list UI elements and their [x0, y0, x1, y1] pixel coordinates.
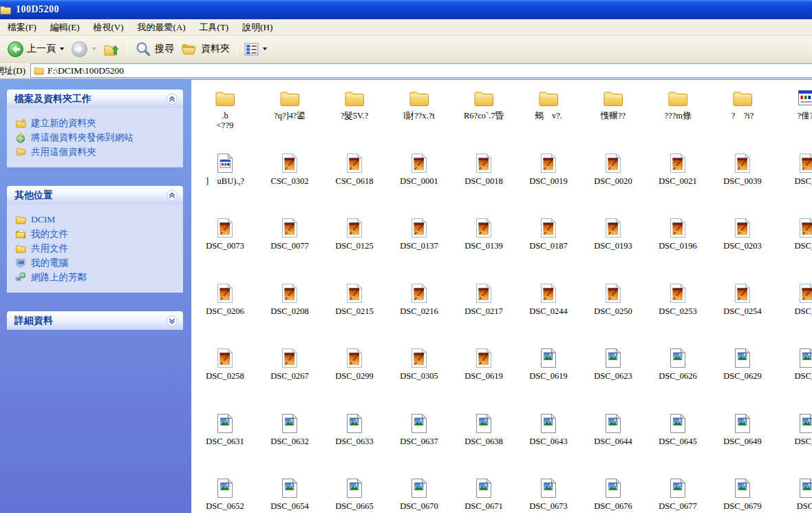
nef-file-icon	[214, 217, 236, 239]
file-item[interactable]: ?q?]4?鍙	[257, 85, 322, 151]
file-item[interactable]: DSC_0244	[516, 281, 581, 346]
file-item[interactable]: DSC_0139	[451, 216, 516, 281]
file-item[interactable]: DSC_0	[775, 151, 812, 216]
title-bar[interactable]: 100D5200	[0, 0, 812, 19]
file-item[interactable]: DSC_0021	[645, 151, 710, 216]
file-item[interactable]: DSC_0193	[581, 216, 645, 281]
menu-view[interactable]: 檢視(V)	[87, 19, 131, 36]
file-item[interactable]: DSC_0	[775, 411, 812, 477]
task-network-places[interactable]: 網路上的芳鄰	[15, 270, 179, 284]
file-list-area[interactable]: .b <??9?q?]4?鍙?髮5V.?l財??x.?tR6?co`.7昏鵊 v…	[191, 80, 812, 513]
file-item[interactable]: DSC_0019	[516, 151, 581, 216]
folders-button[interactable]: 資料夾	[178, 39, 233, 60]
file-item[interactable]: DSC_0305	[387, 346, 451, 411]
file-item[interactable]: .b <??9	[193, 85, 257, 151]
file-item[interactable]: DSC_0654	[257, 476, 322, 513]
panel-header-details[interactable]: 詳細資料	[7, 311, 183, 330]
file-item[interactable]: DSC_0626	[645, 346, 710, 411]
file-item[interactable]: 愯輾??	[581, 85, 645, 151]
file-label: DSC_0253	[659, 306, 697, 316]
file-item[interactable]: DSC_0677	[645, 476, 710, 513]
task-my-documents[interactable]: 我的文件	[15, 227, 179, 241]
file-item[interactable]: DSC_0203	[710, 216, 775, 281]
menu-tools[interactable]: 工具(T)	[193, 19, 236, 36]
file-item[interactable]: DSC_0649	[710, 411, 775, 477]
file-item[interactable]: 鵊 v?.	[516, 85, 581, 151]
file-item[interactable]: DSC_0267	[257, 346, 322, 411]
file-item[interactable]: DSC_0673	[516, 476, 581, 513]
back-dropdown-caret-icon[interactable]	[60, 48, 64, 50]
file-item[interactable]: DSC_0671	[451, 476, 516, 513]
task-publish-folder[interactable]: 將這個資料夾發佈到網站	[15, 130, 179, 145]
file-item[interactable]: DSC_0619	[451, 346, 516, 411]
file-item[interactable]: DSC_0	[775, 281, 812, 346]
file-item[interactable]: DSC_0018	[451, 151, 516, 216]
file-item[interactable]: DSC_0215	[322, 281, 387, 346]
file-item[interactable]: DSC_0258	[193, 346, 257, 411]
file-item[interactable]: ?髮5V.?	[322, 85, 387, 151]
file-item[interactable]: DSC_0638	[451, 411, 516, 477]
file-item[interactable]: DSC_0665	[322, 476, 387, 513]
file-item[interactable]: DSC_0644	[581, 411, 645, 477]
forward-button[interactable]	[67, 39, 100, 60]
views-button[interactable]	[241, 40, 270, 59]
file-item[interactable]: DSC_0643	[516, 411, 581, 477]
file-item[interactable]: DSC_0001	[387, 151, 451, 216]
address-input[interactable]: F:\DCIM\100D5200	[30, 63, 812, 78]
task-make-new-folder[interactable]: 建立新的資料夾	[15, 116, 179, 130]
file-item[interactable]: DSC_0676	[581, 476, 645, 513]
file-item[interactable]: DSC_0	[775, 216, 812, 281]
file-item[interactable]: DSC_0196	[645, 216, 710, 281]
file-item[interactable]: ?僮??	[775, 85, 812, 151]
file-item[interactable]: DSC_0250	[581, 281, 645, 346]
file-item[interactable]: DSC_0633	[322, 411, 387, 477]
file-item[interactable]: DSC_0216	[387, 281, 451, 346]
nef-file-icon	[731, 217, 754, 239]
menu-favorites[interactable]: 我的最愛(A)	[131, 19, 193, 36]
task-my-computer[interactable]: 我的電腦	[15, 255, 179, 270]
file-item[interactable]: DSC_0652	[193, 476, 257, 513]
file-item[interactable]: DSC_0125	[322, 216, 387, 281]
file-item[interactable]: DSC_0206	[193, 281, 257, 346]
file-item[interactable]: ???m條	[645, 85, 710, 151]
file-item[interactable]: DSC_0137	[387, 216, 451, 281]
file-item[interactable]: DSC_0679	[710, 476, 775, 513]
file-item[interactable]: DSC_0187	[516, 216, 581, 281]
file-item[interactable]: DSC_0637	[387, 411, 451, 477]
file-item[interactable]: ] uBU).,?	[193, 151, 257, 216]
file-item[interactable]: DSC_0	[775, 346, 812, 411]
file-item[interactable]: CSC_0618	[322, 151, 387, 216]
file-item[interactable]: DSC_	[775, 476, 812, 513]
file-item[interactable]: DSC_0619	[516, 346, 581, 411]
menu-help[interactable]: 說明(H)	[235, 19, 279, 36]
file-item[interactable]: DSC_0632	[257, 411, 322, 477]
task-dcim[interactable]: DCIM	[15, 212, 179, 227]
file-item[interactable]: DSC_0629	[710, 346, 775, 411]
file-item[interactable]: DSC_0623	[581, 346, 645, 411]
menu-edit[interactable]: 編輯(E)	[43, 19, 87, 36]
file-item[interactable]: DSC_0670	[387, 476, 451, 513]
file-item[interactable]: DSC_0631	[193, 411, 257, 477]
file-item[interactable]: DSC_0039	[710, 151, 775, 216]
menu-file[interactable]: 檔案(F)	[1, 19, 43, 36]
file-item[interactable]: DSC_0020	[581, 151, 645, 216]
file-item[interactable]: DSC_0073	[193, 216, 257, 281]
up-button[interactable]	[100, 39, 124, 60]
search-button[interactable]: 搜尋	[131, 39, 178, 60]
back-button[interactable]: 上一頁	[3, 39, 67, 60]
panel-header-other-places[interactable]: 其他位置	[7, 186, 183, 205]
file-item[interactable]: CSC_0302	[257, 151, 322, 216]
file-item[interactable]: R6?co`.7昏	[451, 85, 516, 151]
file-item[interactable]: DSC_0253	[645, 281, 710, 346]
file-item[interactable]: DSC_0254	[710, 281, 775, 346]
task-share-folder[interactable]: 共用這個資料夾	[15, 145, 179, 159]
file-item[interactable]: DSC_0077	[257, 216, 322, 281]
file-item[interactable]: l財??x.?t	[387, 85, 451, 151]
file-item[interactable]: DSC_0299	[322, 346, 387, 411]
task-shared-documents[interactable]: 共用文件	[15, 241, 179, 255]
panel-header-file-tasks[interactable]: 檔案及資料夾工作	[7, 90, 183, 108]
file-item[interactable]: DSC_0645	[645, 411, 710, 477]
file-item[interactable]: DSC_0208	[257, 281, 322, 346]
file-item[interactable]: DSC_0217	[451, 281, 516, 346]
file-item[interactable]: ? ?i?	[710, 85, 775, 151]
